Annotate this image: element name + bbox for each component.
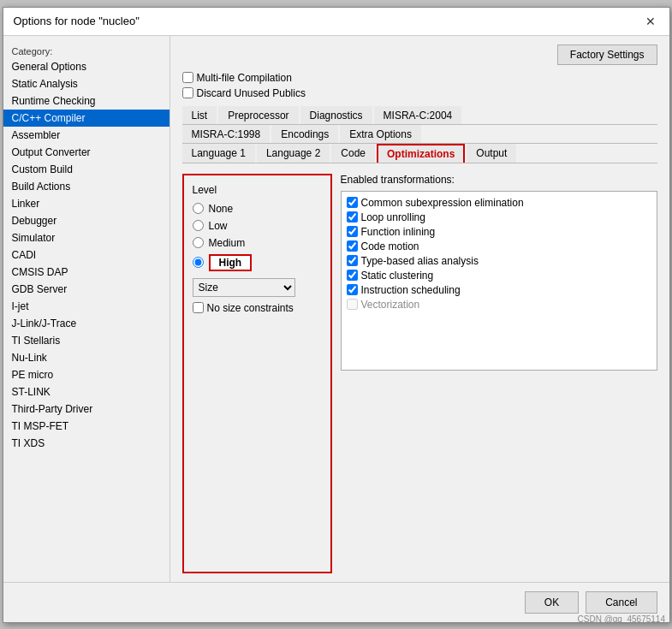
- sidebar-item-static-analysis[interactable]: Static Analysis: [3, 75, 169, 92]
- transform-loop-unrolling: Loop unrolling: [347, 211, 651, 223]
- label-common-subexpr: Common subexpression elimination: [361, 197, 524, 209]
- tab-language2[interactable]: Language 2: [257, 144, 330, 163]
- cb-function-inlining[interactable]: [347, 226, 358, 237]
- sidebar-item-simulator[interactable]: Simulator: [3, 229, 169, 246]
- size-select[interactable]: Size Speed Balanced: [193, 278, 295, 297]
- sidebar-item-c-cpp-compiler[interactable]: C/C++ Compiler: [3, 110, 169, 127]
- tab-list[interactable]: List: [182, 106, 217, 124]
- sidebar-item-assembler[interactable]: Assembler: [3, 127, 169, 144]
- sidebar-item-custom-build[interactable]: Custom Build: [3, 161, 169, 178]
- radio-medium-text: Medium: [209, 237, 246, 249]
- tab-misra-1998[interactable]: MISRA-C:1998: [182, 125, 271, 143]
- tab-row-2: MISRA-C:1998 Encodings Extra Options: [182, 125, 657, 144]
- tab-code[interactable]: Code: [331, 144, 375, 163]
- radio-medium[interactable]: [193, 237, 204, 248]
- sidebar-item-j-link-j-trace[interactable]: J-Link/J-Trace: [3, 315, 169, 332]
- radio-high[interactable]: [193, 257, 204, 268]
- no-size-row: No size constraints: [193, 302, 322, 314]
- multi-file-text: Multi-file Compilation: [197, 72, 292, 84]
- top-checkboxes: Multi-file Compilation Discard Unused Pu…: [182, 72, 657, 99]
- cb-static-clustering[interactable]: [347, 270, 358, 281]
- content-area: Level None Low Medium: [182, 174, 657, 573]
- category-label: Category:: [3, 43, 169, 58]
- sidebar-item-cmsis-dap[interactable]: CMSIS DAP: [3, 264, 169, 281]
- sidebar-item-build-actions[interactable]: Build Actions: [3, 178, 169, 195]
- label-static-clustering: Static clustering: [361, 270, 434, 282]
- cb-instruction-scheduling[interactable]: [347, 284, 358, 295]
- tab-misra-2004[interactable]: MISRA-C:2004: [374, 106, 462, 124]
- cb-loop-unrolling[interactable]: [347, 211, 358, 223]
- radio-none-text: None: [209, 203, 234, 215]
- radio-none-label[interactable]: None: [193, 203, 322, 215]
- factory-btn-row: Factory Settings: [182, 45, 657, 65]
- tab-preprocessor[interactable]: Preprocessor: [218, 106, 298, 124]
- radio-high-label[interactable]: High: [193, 254, 322, 271]
- cancel-button[interactable]: Cancel: [586, 591, 657, 614]
- transform-list: Common subexpression elimination Loop un…: [341, 191, 657, 371]
- sidebar-item-ti-xds[interactable]: TI XDS: [3, 435, 169, 452]
- tab-rows: List Preprocessor Diagnostics MISRA-C:20…: [182, 106, 657, 163]
- main-content: Factory Settings Multi-file Compilation …: [170, 36, 669, 582]
- sidebar-item-pe-micro[interactable]: PE micro: [3, 366, 169, 383]
- radio-medium-label[interactable]: Medium: [193, 237, 322, 249]
- sidebar-item-debugger[interactable]: Debugger: [3, 212, 169, 229]
- sidebar-item-ti-stellaris[interactable]: TI Stellaris: [3, 332, 169, 349]
- cb-vectorization[interactable]: [347, 299, 358, 310]
- label-type-alias: Type-based alias analysis: [361, 255, 479, 267]
- no-size-label: No size constraints: [207, 302, 294, 314]
- tab-diagnostics[interactable]: Diagnostics: [300, 106, 372, 124]
- transformations-box: Enabled transformations: Common subexpre…: [341, 174, 657, 573]
- transform-code-motion: Code motion: [347, 240, 651, 252]
- dialog-title: Options for node "nucleo": [14, 15, 140, 27]
- sidebar-item-linker[interactable]: Linker: [3, 195, 169, 212]
- transform-common-subexpr: Common subexpression elimination: [347, 197, 651, 209]
- radio-low-label[interactable]: Low: [193, 220, 322, 232]
- level-box: Level None Low Medium: [182, 174, 332, 573]
- multi-file-checkbox[interactable]: [182, 72, 193, 83]
- cb-code-motion[interactable]: [347, 240, 358, 252]
- sidebar-item-runtime-checking[interactable]: Runtime Checking: [3, 92, 169, 110]
- discard-unused-text: Discard Unused Publics: [197, 87, 306, 99]
- title-bar: Options for node "nucleo" ✕: [3, 8, 669, 36]
- tab-encodings[interactable]: Encodings: [271, 125, 338, 143]
- label-code-motion: Code motion: [361, 240, 419, 252]
- multi-file-label[interactable]: Multi-file Compilation: [182, 72, 657, 84]
- no-size-checkbox[interactable]: [193, 302, 204, 313]
- label-loop-unrolling: Loop unrolling: [361, 211, 425, 223]
- radio-none[interactable]: [193, 203, 204, 214]
- sidebar-item-general-options[interactable]: General Options: [3, 58, 169, 75]
- tab-row-1: List Preprocessor Diagnostics MISRA-C:20…: [182, 106, 657, 125]
- sidebar-item-i-jet[interactable]: I-jet: [3, 298, 169, 315]
- tab-output[interactable]: Output: [467, 144, 516, 163]
- sidebar-item-nu-link[interactable]: Nu-Link: [3, 349, 169, 366]
- transform-vectorization: Vectorization: [347, 299, 651, 311]
- transform-type-alias: Type-based alias analysis: [347, 255, 651, 267]
- dialog-body: Category: General OptionsStatic Analysis…: [3, 36, 669, 582]
- transformations-title: Enabled transformations:: [341, 174, 657, 186]
- ok-button[interactable]: OK: [525, 591, 579, 614]
- sidebar-item-third-party-driver[interactable]: Third-Party Driver: [3, 401, 169, 418]
- sidebar-item-st-link[interactable]: ST-LINK: [3, 383, 169, 401]
- cb-common-subexpr[interactable]: [347, 197, 358, 208]
- level-title: Level: [193, 184, 322, 196]
- discard-unused-label[interactable]: Discard Unused Publics: [182, 87, 657, 99]
- tab-row-3: Language 1 Language 2 Code Optimizations…: [182, 144, 657, 163]
- radio-group: None Low Medium High: [193, 203, 322, 271]
- sidebar: Category: General OptionsStatic Analysis…: [3, 36, 170, 582]
- transform-instruction-scheduling: Instruction scheduling: [347, 284, 651, 296]
- factory-settings-button[interactable]: Factory Settings: [557, 45, 657, 65]
- radio-low[interactable]: [193, 220, 204, 231]
- tab-language1[interactable]: Language 1: [182, 144, 255, 163]
- sidebar-item-gdb-server[interactable]: GDB Server: [3, 281, 169, 298]
- close-button[interactable]: ✕: [642, 15, 659, 28]
- options-dialog: Options for node "nucleo" ✕ Category: Ge…: [3, 7, 670, 623]
- tab-extra-options[interactable]: Extra Options: [340, 125, 421, 143]
- sidebar-item-output-converter[interactable]: Output Converter: [3, 144, 169, 161]
- sidebar-item-ti-msp-fet[interactable]: TI MSP-FET: [3, 418, 169, 435]
- tab-optimizations[interactable]: Optimizations: [377, 144, 465, 163]
- sidebar-item-cadi[interactable]: CADI: [3, 246, 169, 264]
- transform-function-inlining: Function inlining: [347, 226, 651, 238]
- cb-type-alias[interactable]: [347, 255, 358, 266]
- discard-unused-checkbox[interactable]: [182, 87, 193, 98]
- radio-high-text: High: [209, 254, 253, 271]
